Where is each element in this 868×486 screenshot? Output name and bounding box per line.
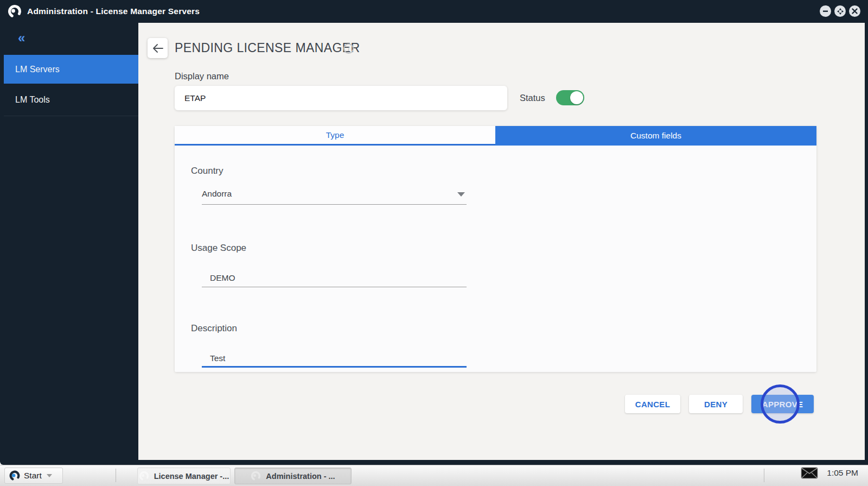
tab-type[interactable]: Type [175, 126, 495, 146]
button-label: APPROVE [762, 400, 803, 409]
taskbar [0, 465, 868, 486]
minimize-button[interactable] [820, 5, 831, 17]
sidebar-item-lm-servers[interactable]: LM Servers [4, 55, 138, 84]
description-value[interactable]: Test [210, 354, 225, 363]
display-name-label: Display name [175, 71, 229, 81]
toggle-knob [570, 91, 583, 104]
taskbar-item-administration[interactable]: Administration - ... [234, 468, 352, 484]
window-bottom-border [0, 460, 868, 465]
window-titlebar: Administration - License Manager Servers [0, 0, 868, 23]
tray-divider [764, 469, 764, 482]
tab-label: Type [326, 130, 344, 140]
approve-button[interactable]: APPROVE [751, 395, 814, 413]
sidebar-item-lm-tools[interactable]: LM Tools [4, 84, 138, 116]
deny-button[interactable]: DENY [689, 395, 743, 413]
mail-icon[interactable] [801, 467, 818, 479]
taskbar-divider [116, 469, 116, 482]
status-label: Status [520, 93, 545, 103]
country-value[interactable]: Andorra [202, 189, 232, 199]
description-label: Description [191, 323, 237, 334]
sidebar: « LM Servers LM Tools [0, 23, 138, 460]
sidebar-item-label: LM Servers [15, 65, 60, 74]
task-label: License Manager -... [154, 472, 229, 481]
usage-scope-value[interactable]: DEMO [210, 273, 235, 283]
taskbar-item-license-manager[interactable]: License Manager -... [137, 468, 231, 484]
info-icon[interactable]: i [343, 43, 354, 54]
tab-custom-fields[interactable]: Custom fields [495, 126, 816, 146]
country-underline [202, 204, 467, 205]
start-button[interactable]: Start [4, 468, 63, 484]
button-label: DENY [704, 400, 727, 409]
start-label: Start [24, 471, 42, 481]
start-caret-icon [47, 474, 52, 477]
maximize-button[interactable] [834, 5, 846, 17]
country-label: Country [191, 166, 224, 176]
task-label: Administration - ... [266, 472, 335, 481]
tab-label: Custom fields [630, 131, 681, 141]
window-right-border [865, 23, 868, 465]
start-logo-icon [9, 470, 20, 481]
button-label: CANCEL [635, 400, 670, 409]
close-button[interactable] [849, 5, 860, 17]
task-logo-icon [251, 471, 261, 481]
back-button[interactable] [148, 38, 168, 58]
chevron-down-icon[interactable] [457, 192, 465, 197]
display-name-input[interactable] [175, 86, 507, 110]
cancel-button[interactable]: CANCEL [625, 395, 680, 413]
sidebar-collapse-icon[interactable]: « [18, 31, 138, 45]
details-card: Type Custom fields Country Andorra Usage… [175, 126, 816, 372]
usage-scope-underline [202, 287, 467, 287]
status-toggle[interactable] [556, 90, 584, 105]
sidebar-item-label: LM Tools [15, 95, 50, 105]
description-underline-focused [202, 366, 467, 368]
page-title: PENDING LICENSE MANAGER [175, 41, 360, 55]
clock[interactable]: 1:05 PM [827, 468, 858, 478]
usage-scope-label: Usage Scope [191, 243, 246, 254]
task-logo-icon [139, 471, 149, 481]
window-title: Administration - License Manager Servers [27, 7, 200, 16]
app-logo-icon [8, 4, 22, 18]
